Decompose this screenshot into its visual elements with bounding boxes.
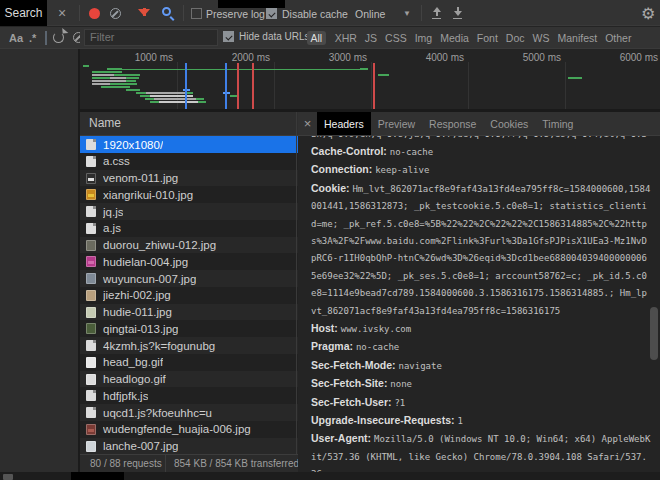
- request-row[interactable]: wudengfende_huajia-006.jpg: [80, 421, 298, 438]
- overview-tick-label: 1000 ms: [135, 52, 173, 63]
- request-name: 1920x1080/: [103, 139, 163, 151]
- image-thumbnail-icon: [86, 374, 96, 385]
- request-row[interactable]: hudie-011.jpg: [80, 304, 298, 321]
- header-name: User-Agent:: [311, 432, 374, 444]
- devtools-window: Search × Preserve log Disable cache Onli…: [0, 0, 660, 480]
- request-row[interactable]: a.js: [80, 220, 298, 237]
- filter-pill-xhr[interactable]: XHR: [331, 31, 361, 45]
- document-icon: [86, 139, 96, 150]
- overview-bar: [150, 101, 159, 104]
- document-icon: [86, 390, 96, 401]
- header-entry: Cookie: Hm_lvt_862071acf8e9faf43a13fd4ea…: [311, 180, 652, 320]
- filter-pill-css[interactable]: CSS: [381, 31, 411, 45]
- gear-icon[interactable]: ⚙: [641, 4, 655, 23]
- request-row[interactable]: duorou_zhiwu-012.jpg: [80, 237, 298, 254]
- header-entry: Cache-Control: no-cache: [311, 143, 652, 161]
- column-border: [296, 112, 297, 454]
- request-row[interactable]: wuyuncun-007.jpg: [80, 270, 298, 287]
- clear-search-icon[interactable]: [73, 32, 80, 43]
- header-value: no-cache: [390, 147, 433, 157]
- request-row[interactable]: hudielan-004.jpg: [80, 253, 298, 270]
- header-entry: Sec-Fetch-User: ?1: [311, 394, 652, 412]
- filter-pill-media[interactable]: Media: [436, 31, 473, 45]
- request-row[interactable]: 1920x1080/: [80, 136, 298, 153]
- request-row[interactable]: uqcd1.js?kfoeuhhc=u: [80, 404, 298, 421]
- filter-pill-other[interactable]: Other: [601, 31, 635, 45]
- search-drawer-tab[interactable]: Search: [0, 0, 47, 26]
- filter-pill-js[interactable]: JS: [361, 31, 381, 45]
- request-name: hudie-011.jpg: [103, 306, 172, 318]
- close-search-icon[interactable]: ×: [58, 6, 66, 20]
- request-name: duorou_zhiwu-012.jpg: [103, 239, 216, 251]
- details-tab-cookies[interactable]: Cookies: [483, 112, 535, 135]
- clear-icon[interactable]: [110, 8, 121, 19]
- image-thumbnail-icon: [86, 240, 96, 251]
- request-name: lanche-007.jpg: [103, 440, 178, 452]
- overview-bar: [378, 74, 389, 77]
- filter-pill-manifest[interactable]: Manifest: [553, 31, 601, 45]
- disable-cache-checkbox[interactable]: [266, 8, 277, 19]
- details-scrollbar[interactable]: [650, 307, 658, 360]
- disable-cache-label[interactable]: Disable cache: [282, 8, 348, 20]
- request-count: 80 / 88 requests: [80, 458, 165, 469]
- request-name: hdfjpfk.js: [103, 390, 148, 402]
- export-har-icon[interactable]: [452, 7, 463, 19]
- transferred-size: 854 KB / 854 KB transferred: [166, 458, 299, 469]
- request-type-filters: AllXHRJSCSSImgMediaFontDocWSManifestOthe…: [307, 29, 635, 47]
- search-icon[interactable]: [162, 7, 171, 16]
- main-toolbar: Search × Preserve log Disable cache Onli…: [0, 0, 660, 26]
- overview-gridline: [565, 62, 566, 109]
- details-tab-preview[interactable]: Preview: [371, 112, 422, 135]
- filter-pill-img[interactable]: Img: [411, 31, 437, 45]
- header-entry: Sec-Fetch-Mode: navigate: [311, 357, 652, 375]
- request-row[interactable]: headlogo.gif: [80, 371, 298, 388]
- network-overview[interactable]: 1000 ms2000 ms3000 ms4000 ms5000 ms6000 …: [80, 49, 660, 112]
- header-name: Host:: [311, 322, 341, 334]
- refresh-icon[interactable]: [53, 32, 64, 43]
- filter-input[interactable]: Filter: [84, 29, 218, 46]
- throttling-select[interactable]: Online: [355, 8, 385, 20]
- header-entry: User-Agent: Mozilla/5.0 (Windows NT 10.0…: [311, 430, 652, 472]
- request-row[interactable]: venom-011.jpg: [80, 170, 298, 187]
- regex-icon[interactable]: .*: [29, 32, 36, 44]
- overview-tick-label: 4000 ms: [426, 52, 464, 63]
- request-row[interactable]: hdfjpfk.js: [80, 387, 298, 404]
- name-column-header[interactable]: Name: [80, 112, 298, 136]
- request-row[interactable]: a.css: [80, 153, 298, 170]
- overview-event-line: [237, 63, 239, 109]
- close-details-icon[interactable]: ×: [298, 112, 317, 135]
- filter-pill-ws[interactable]: WS: [529, 31, 554, 45]
- filter-icon[interactable]: [138, 9, 150, 16]
- header-entry: Host: www.ivsky.com: [311, 320, 652, 338]
- window-artifact: [218, 0, 285, 8]
- request-row[interactable]: head_bg.gif: [80, 354, 298, 371]
- request-row[interactable]: jiezhi-002.jpg: [80, 287, 298, 304]
- request-row[interactable]: xiangrikui-010.jpg: [80, 186, 298, 203]
- details-tab-timing[interactable]: Timing: [535, 112, 580, 135]
- hide-data-urls-label[interactable]: Hide data URLs: [239, 31, 310, 42]
- chevron-down-icon[interactable]: ▼: [403, 9, 411, 18]
- image-thumbnail-icon: [86, 256, 96, 267]
- header-value: navigate: [399, 361, 442, 371]
- preserve-log-label[interactable]: Preserve log: [206, 8, 265, 20]
- import-har-icon[interactable]: [431, 7, 442, 19]
- overview-bar: [122, 69, 364, 71]
- record-button[interactable]: [89, 8, 100, 19]
- details-tab-response[interactable]: Response: [422, 112, 483, 135]
- request-name: jiezhi-002.jpg: [103, 289, 171, 301]
- header-name: Upgrade-Insecure-Requests:: [311, 414, 457, 426]
- filter-pill-all[interactable]: All: [307, 31, 326, 45]
- details-tab-headers[interactable]: Headers: [317, 112, 371, 135]
- headers-content[interactable]: zh;q=0.9,en;q=0.8,ja;q=0.7,de;q=0.6,fr;q…: [298, 136, 652, 472]
- request-row[interactable]: qingtai-013.jpg: [80, 320, 298, 337]
- document-icon: [86, 407, 96, 418]
- preserve-log-checkbox[interactable]: [191, 8, 202, 19]
- request-row[interactable]: 4kzmh.js?k=fogunubg: [80, 337, 298, 354]
- filter-pill-font[interactable]: Font: [473, 31, 502, 45]
- request-row[interactable]: lanche-007.jpg: [80, 438, 298, 455]
- thumbnail-detail: [88, 194, 94, 197]
- filter-pill-doc[interactable]: Doc: [502, 31, 529, 45]
- match-case-icon[interactable]: Aa: [9, 32, 23, 44]
- request-row[interactable]: jq.js: [80, 203, 298, 220]
- hide-data-urls-checkbox[interactable]: [223, 31, 234, 42]
